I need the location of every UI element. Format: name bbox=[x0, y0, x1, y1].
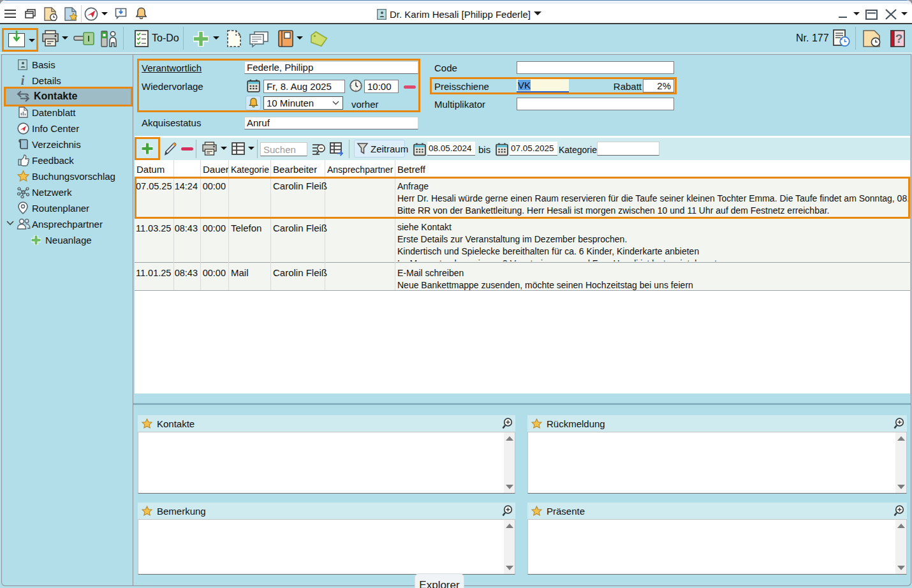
svg-text:?: ? bbox=[895, 32, 903, 45]
svg-text:i: i bbox=[21, 73, 25, 87]
